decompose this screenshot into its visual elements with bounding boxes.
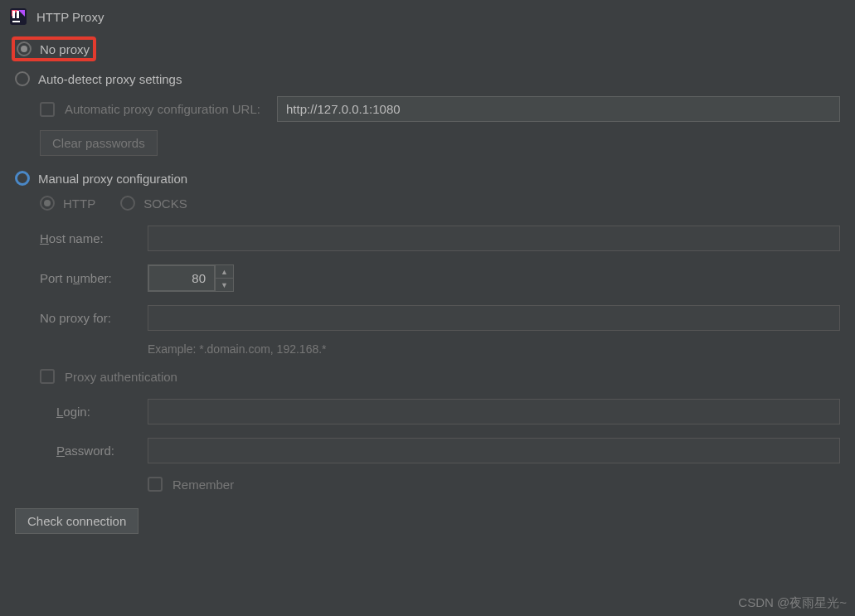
noproxy-example: Example: *.domain.com, 192.168.* <box>148 337 840 364</box>
proxy-auth-row[interactable]: Proxy authentication <box>40 364 840 392</box>
http-label: HTTP <box>63 196 95 211</box>
host-label: Host name: <box>40 231 148 245</box>
window-header: HTTP Proxy <box>0 0 855 32</box>
window-title: HTTP Proxy <box>36 10 104 24</box>
password-input[interactable] <box>148 438 840 463</box>
radio-icon <box>120 196 135 211</box>
login-row: Login: <box>56 392 840 431</box>
password-row: Password: <box>56 431 840 470</box>
settings-panel: No proxy Auto-detect proxy settings Auto… <box>0 32 855 542</box>
radio-icon <box>15 171 30 186</box>
protocol-row: HTTP SOCKS <box>40 191 840 219</box>
port-input[interactable] <box>148 265 215 291</box>
auth-section: Login: Password: Remember <box>56 392 840 497</box>
no-proxy-label: No proxy <box>40 42 90 56</box>
auth-checkbox[interactable] <box>40 369 55 384</box>
remember-row[interactable]: Remember <box>148 470 840 497</box>
watermark: CSDN @夜雨星光~ <box>738 595 847 611</box>
spinner-up-icon[interactable]: ▲ <box>215 265 233 279</box>
remember-checkbox[interactable] <box>148 477 163 492</box>
pac-url-input[interactable] <box>277 96 840 122</box>
radio-icon <box>15 71 30 86</box>
svg-rect-3 <box>12 21 20 22</box>
manual-label: Manual proxy configuration <box>38 172 187 186</box>
auth-label: Proxy authentication <box>65 370 177 384</box>
host-input[interactable] <box>148 226 840 251</box>
intellij-icon <box>8 7 28 27</box>
check-connection-button[interactable]: Check connection <box>15 508 138 534</box>
radio-icon <box>40 196 55 211</box>
spinner-buttons[interactable]: ▲ ▼ <box>215 265 233 291</box>
login-label: Login: <box>56 405 148 419</box>
pac-label: Automatic proxy configuration URL: <box>65 102 260 116</box>
no-proxy-option[interactable]: No proxy <box>15 32 840 66</box>
login-input[interactable] <box>148 399 840 424</box>
auto-detect-section: Automatic proxy configuration URL: Clear… <box>40 91 840 166</box>
spinner-down-icon[interactable]: ▼ <box>215 279 233 291</box>
noproxy-input[interactable] <box>148 305 840 331</box>
port-spinner[interactable]: ▲ ▼ <box>148 264 234 292</box>
remember-label: Remember <box>172 478 234 492</box>
highlight-marker: No proxy <box>12 36 96 61</box>
auto-detect-option[interactable]: Auto-detect proxy settings <box>15 66 840 91</box>
http-protocol-option[interactable]: HTTP <box>40 196 95 211</box>
svg-rect-2 <box>17 11 19 18</box>
pac-url-row: Automatic proxy configuration URL: <box>40 91 840 127</box>
pac-checkbox[interactable] <box>40 102 55 117</box>
noproxy-row: No proxy for: <box>40 298 840 337</box>
manual-proxy-option[interactable]: Manual proxy configuration <box>15 166 840 191</box>
password-label: Password: <box>56 444 148 458</box>
noproxy-label: No proxy for: <box>40 311 148 325</box>
auto-detect-label: Auto-detect proxy settings <box>38 72 182 86</box>
radio-icon <box>17 41 32 56</box>
clear-passwords-button[interactable]: Clear passwords <box>40 130 158 156</box>
port-label: Port number: <box>40 271 148 285</box>
socks-protocol-option[interactable]: SOCKS <box>120 196 187 211</box>
manual-section: HTTP SOCKS Host name: Port number: ▲ ▼ N… <box>40 191 840 497</box>
host-row: Host name: <box>40 219 840 258</box>
port-row: Port number: ▲ ▼ <box>40 258 840 298</box>
svg-rect-1 <box>12 11 15 18</box>
socks-label: SOCKS <box>143 196 187 211</box>
